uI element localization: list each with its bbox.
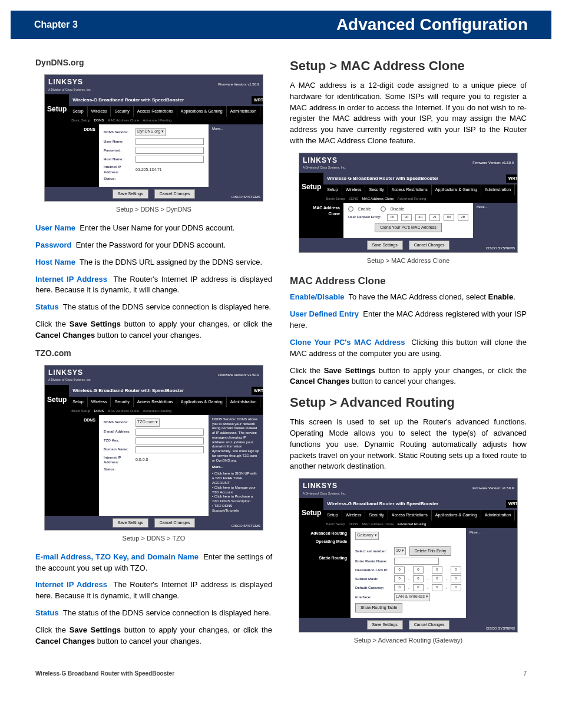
- page-footer: Wireless-G Broadband Router with SpeedBo…: [0, 666, 562, 689]
- ddns-service-select[interactable]: TZO.com ▾: [135, 419, 160, 427]
- figure-caption: Setup > Advanced Routing (Gateway): [290, 636, 527, 645]
- tab-access[interactable]: Access Restrictions: [134, 106, 177, 117]
- ddns-service-select[interactable]: DynDNS.org ▾: [135, 128, 166, 136]
- chapter-header: Chapter 3 Advanced Configuration: [11, 11, 551, 39]
- chapter-label: Chapter 3: [34, 19, 78, 30]
- figure-tzo: LINKSYS A Division of Cisco Systems, Inc…: [44, 365, 263, 531]
- figure-dyndns: LINKSYS A Division of Cisco Systems, Inc…: [44, 74, 263, 202]
- mac-clone-subheading: MAC Address Clone: [290, 274, 527, 289]
- linksys-logo: LINKSYS: [48, 77, 91, 87]
- delete-entry-button[interactable]: Delete This Entry: [409, 546, 452, 556]
- footer-product: Wireless-G Broadband Router with SpeedBo…: [35, 670, 174, 677]
- right-column: Setup > MAC Address Clone A MAC address …: [290, 57, 527, 654]
- save-settings-button[interactable]: Save Settings: [113, 189, 148, 199]
- tab-admin[interactable]: Administration: [227, 106, 260, 117]
- tzo-heading: TZO.com: [35, 347, 272, 359]
- disable-radio[interactable]: [381, 206, 386, 212]
- tab-security[interactable]: Security: [111, 106, 133, 117]
- username-input[interactable]: [135, 138, 204, 145]
- save-settings-button[interactable]: Save Settings: [367, 241, 403, 250]
- cancel-changes-button[interactable]: Cancel Changes: [154, 518, 196, 528]
- clone-pc-mac-button[interactable]: Clone Your PC's MAC Address: [375, 223, 442, 232]
- figure-caption: Setup > DDNS > DynDNS: [35, 205, 272, 215]
- save-settings-button[interactable]: Save Settings: [113, 518, 148, 528]
- interface-select[interactable]: LAN & Wireless ▾: [394, 593, 430, 601]
- chapter-title: Advanced Configuration: [336, 15, 528, 34]
- show-routing-button[interactable]: Show Routing Table: [355, 603, 402, 612]
- save-note: Click the Save Settings button to apply …: [35, 319, 272, 341]
- cancel-changes-button[interactable]: Cancel Changes: [409, 241, 450, 250]
- tab-setup[interactable]: Setup: [69, 106, 87, 117]
- figure-caption: Setup > MAC Address Clone: [290, 256, 527, 266]
- dyndns-heading: DynDNS.org: [35, 57, 272, 68]
- cancel-changes-button[interactable]: Cancel Changes: [154, 189, 196, 199]
- enable-radio[interactable]: [348, 206, 353, 212]
- password-input[interactable]: [135, 147, 204, 154]
- mac-clone-heading: Setup > MAC Address Clone: [290, 57, 527, 75]
- setup-label: Setup: [45, 94, 69, 124]
- operating-mode-select[interactable]: Gateway ▾: [355, 532, 379, 540]
- left-column: DynDNS.org LINKSYS A Division of Cisco S…: [35, 57, 272, 654]
- cancel-changes-button[interactable]: Cancel Changes: [409, 620, 450, 630]
- figure-caption: Setup > DDNS > TZO: [35, 534, 272, 543]
- page-number: 7: [523, 670, 527, 677]
- tab-wireless[interactable]: Wireless: [88, 106, 111, 117]
- adv-routing-heading: Setup > Advanced Routing: [290, 393, 527, 412]
- hostname-input[interactable]: [135, 156, 204, 163]
- figure-mac-clone: LINKSYS A Division of Cisco Systems, Inc…: [299, 153, 518, 253]
- figure-adv-routing: LINKSYS A Division of Cisco Systems, Inc…: [299, 478, 518, 633]
- tab-apps[interactable]: Applications & Gaming: [177, 106, 227, 117]
- set-number-select[interactable]: 10 ▾: [394, 547, 406, 555]
- save-settings-button[interactable]: Save Settings: [367, 620, 403, 630]
- tab-status[interactable]: Status: [260, 106, 263, 117]
